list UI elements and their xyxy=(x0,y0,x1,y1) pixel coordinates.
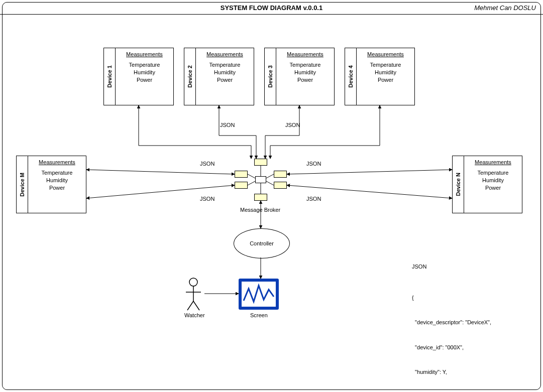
device-4: Device 4 Measurements Temperature Humidi… xyxy=(345,48,415,105)
message-broker-core xyxy=(255,176,266,183)
message-broker-label: Message Broker xyxy=(240,207,280,213)
device-m-sidelabel: Device M xyxy=(17,156,28,213)
broker-port-nw xyxy=(235,171,248,178)
author-name: Mehmet Can DOSLU xyxy=(474,4,536,12)
device-4-sidelabel: Device 4 xyxy=(345,48,357,105)
device-1: Device 1 Measurements Temperature Humidi… xyxy=(103,48,174,105)
json-example-heading: JSON xyxy=(412,263,491,271)
device-m: Device M Measurements Temperature Humidi… xyxy=(16,156,86,213)
device-2-body: Measurements Temperature Humidity Power xyxy=(196,48,254,105)
json-label-left-lower: JSON xyxy=(200,196,214,202)
screen-node xyxy=(239,279,279,310)
broker-port-ne xyxy=(274,171,287,178)
controller-node: Controller xyxy=(234,228,290,258)
measurements-list: Temperature Humidity Power xyxy=(118,61,171,84)
screen-waveform-icon xyxy=(242,282,276,307)
json-label-right-upper: JSON xyxy=(306,161,321,167)
json-label-top-left: JSON xyxy=(220,122,235,128)
broker-port-s xyxy=(254,194,267,201)
json-label-left-upper: JSON xyxy=(200,161,214,167)
device-3-sidelabel: Device 3 xyxy=(265,48,276,105)
title-bar-divider xyxy=(0,14,543,15)
json-label-top-right: JSON xyxy=(285,122,300,128)
system-flow-diagram: SYSTEM FLOW DIAGRAM v.0.0.1 Mehmet Can D… xyxy=(0,0,543,392)
json-label-right-lower: JSON xyxy=(306,196,321,202)
device-n-body: Measurements Temperature Humidity Power xyxy=(464,156,522,213)
measurements-header: Measurements xyxy=(118,51,171,57)
watcher-label: Watcher xyxy=(184,312,205,318)
device-2: Device 2 Measurements Temperature Humidi… xyxy=(184,48,254,105)
device-2-sidelabel: Device 2 xyxy=(184,48,196,105)
diagram-title: SYSTEM FLOW DIAGRAM v.0.0.1 xyxy=(0,4,543,12)
broker-port-sw xyxy=(235,182,248,189)
broker-port-se xyxy=(274,182,287,189)
device-n-sidelabel: Device N xyxy=(453,156,464,213)
json-example-block: JSON { "device_descriptor": "DeviceX", "… xyxy=(412,246,491,392)
device-n: Device N Measurements Temperature Humidi… xyxy=(452,156,522,213)
device-1-sidelabel: Device 1 xyxy=(104,48,116,105)
device-m-body: Measurements Temperature Humidity Power xyxy=(28,156,86,213)
broker-port-n xyxy=(254,159,267,166)
screen-label: Screen xyxy=(250,312,268,318)
device-1-body: Measurements Temperature Humidity Power xyxy=(116,48,173,105)
device-4-body: Measurements Temperature Humidity Power xyxy=(357,48,414,105)
device-3-body: Measurements Temperature Humidity Power xyxy=(276,48,334,105)
device-3: Device 3 Measurements Temperature Humidi… xyxy=(264,48,335,105)
